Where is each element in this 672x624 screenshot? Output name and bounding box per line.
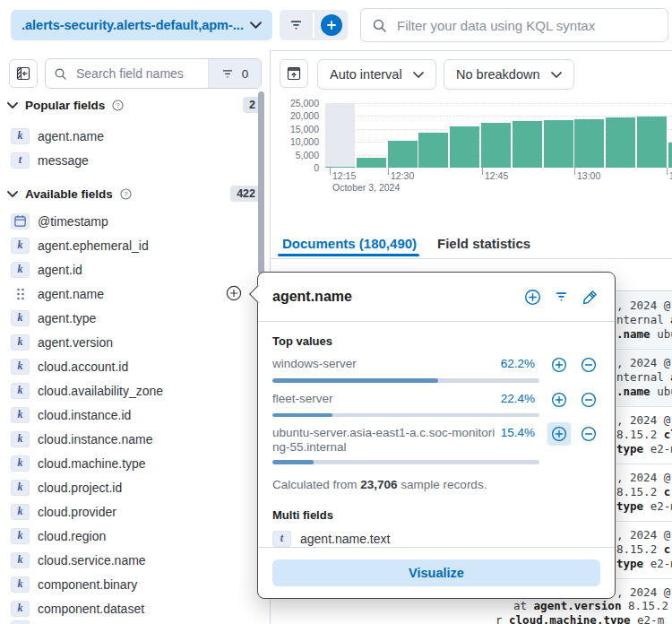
field-row[interactable]: @timestamp <box>0 209 255 233</box>
filter-out-value-button[interactable] <box>577 422 600 446</box>
field-name: component.binary <box>38 577 137 592</box>
field-row[interactable]: tmessage <box>0 148 255 172</box>
field-row[interactable]: kcloud.availability_zone <box>0 378 255 403</box>
histogram-bar[interactable] <box>450 126 479 168</box>
histogram-bar[interactable] <box>668 143 672 168</box>
field-row[interactable]: kcloud.instance.name <box>0 427 255 451</box>
section-label: Popular fields <box>25 99 105 112</box>
y-axis-label: 25,000 <box>280 98 319 108</box>
multi-field-name: agent.name.text <box>300 532 390 546</box>
breakdown-dropdown[interactable]: No breakdown <box>444 59 574 90</box>
data-view-selector[interactable]: .alerts-security.alerts-default,apm-... <box>11 10 272 40</box>
x-axis-label: 12:45 <box>485 170 508 181</box>
field-row[interactable]: agent.name <box>0 282 255 306</box>
sample-records-note: Calculated from 23,706 sample records. <box>272 478 600 491</box>
field-name: cloud.region <box>38 529 106 543</box>
field-token-partial <box>11 620 30 624</box>
histogram-bar[interactable] <box>637 117 667 168</box>
keyword-token-icon: k <box>11 407 30 423</box>
gridline <box>325 103 672 104</box>
breakdown-label: No breakdown <box>456 67 540 82</box>
kql-search-bar[interactable] <box>360 8 668 42</box>
histogram-bar[interactable] <box>388 141 418 168</box>
field-row[interactable]: kagent.version <box>0 330 255 354</box>
field-row[interactable]: kcloud.account.id <box>0 354 255 378</box>
calendar-icon <box>11 213 30 230</box>
drag-handle-icon[interactable] <box>11 288 30 300</box>
field-search-input[interactable] <box>74 65 208 82</box>
histogram-bar[interactable] <box>513 121 542 168</box>
y-axis-label: 15,000 <box>280 124 319 134</box>
field-row[interactable]: kagent.type <box>0 306 255 330</box>
histogram-bar[interactable] <box>574 119 604 168</box>
collapse-sidebar-button[interactable] <box>9 59 38 88</box>
top-value-progress-fill <box>272 378 438 383</box>
multi-field-row: t agent.name.text <box>272 531 600 547</box>
add-field-button[interactable] <box>226 285 242 301</box>
field-row[interactable]: kagent.id <box>0 257 255 282</box>
field-row[interactable]: kagent.ephemeral_id <box>0 233 255 257</box>
keyword-token-icon: k <box>11 310 30 326</box>
histogram-bar[interactable] <box>481 123 511 168</box>
field-row[interactable]: kcloud.instance.id <box>0 403 255 427</box>
top-values-heading: Top values <box>272 334 600 348</box>
filter-out-value-button[interactable] <box>577 388 600 412</box>
keyword-token-icon: k <box>11 431 30 447</box>
visualize-button[interactable]: Visualize <box>272 559 600 586</box>
auto-interval-label: Auto interval <box>330 67 402 82</box>
histogram-bar[interactable] <box>544 120 573 168</box>
tab-active-underline <box>278 254 419 256</box>
kql-search-input[interactable] <box>395 17 657 34</box>
search-icon <box>54 67 67 81</box>
field-name: agent.name <box>38 129 104 143</box>
histogram-bar[interactable] <box>606 117 635 168</box>
top-value-controls <box>547 357 600 373</box>
sidebar-scrollbar[interactable] <box>258 91 264 274</box>
field-row[interactable]: kcloud.machine.type <box>0 451 255 475</box>
histogram-bar[interactable] <box>357 158 386 168</box>
add-filter-button[interactable] <box>314 10 348 40</box>
edit-field-icon[interactable] <box>582 289 599 306</box>
field-name: agent.type <box>38 311 96 325</box>
filter-field-icon[interactable] <box>555 290 568 303</box>
field-row[interactable]: kcomponent.dataset <box>0 596 255 620</box>
field-row[interactable]: kagent.name <box>0 124 255 148</box>
field-section-header[interactable]: Available fields?422 <box>7 184 262 204</box>
top-value-row: windows-server62.2% <box>272 357 600 373</box>
field-row[interactable]: kcloud.service.name <box>0 548 255 572</box>
field-section-header[interactable]: Popular fields?2 <box>7 95 262 115</box>
filter-for-value-button[interactable] <box>547 353 571 377</box>
field-row[interactable]: kcloud.project.id <box>0 475 255 499</box>
keyword-token-icon: k <box>11 359 30 375</box>
keyword-token-icon: k <box>11 455 30 472</box>
top-value-controls <box>547 426 600 442</box>
top-value-name: ubuntu-server.asia-east1-a.c.soc-monitor… <box>272 426 501 455</box>
y-axis-label: 10,000 <box>280 136 319 147</box>
tab-documents[interactable]: Documents (180,490) <box>282 236 417 251</box>
add-field-column-icon[interactable] <box>524 289 541 306</box>
filter-for-value-button[interactable] <box>547 388 571 412</box>
popover-footer-divider <box>258 547 615 548</box>
saved-filters-button[interactable] <box>280 10 313 40</box>
field-row[interactable]: kcloud.provider <box>0 499 255 524</box>
y-axis-label: 0 <box>280 162 319 173</box>
chart-options-button[interactable] <box>280 59 308 88</box>
field-row[interactable]: kcomponent.binary <box>0 572 255 596</box>
help-icon[interactable]: ? <box>120 188 132 200</box>
x-axis-tick <box>388 168 389 175</box>
doc-table-row: , 2024 @nternal a.name ubu <box>616 350 672 407</box>
auto-interval-dropdown[interactable]: Auto interval <box>317 59 436 90</box>
filter-for-value-button[interactable] <box>547 422 571 446</box>
field-filters-button[interactable]: 0 <box>208 59 261 88</box>
tab-field-statistics[interactable]: Field statistics <box>437 236 530 251</box>
svg-text:?: ? <box>124 190 128 198</box>
x-axis-tick <box>330 168 331 175</box>
help-icon[interactable]: ? <box>112 100 124 111</box>
keyword-token-icon: k <box>11 262 30 278</box>
field-row[interactable]: kcloud.region <box>0 524 255 548</box>
field-name: agent.id <box>38 263 82 277</box>
histogram-bar[interactable] <box>418 133 448 168</box>
filter-out-value-button[interactable] <box>577 353 600 377</box>
field-search-box[interactable]: 0 <box>45 58 262 89</box>
field-name: cloud.instance.name <box>38 432 152 446</box>
